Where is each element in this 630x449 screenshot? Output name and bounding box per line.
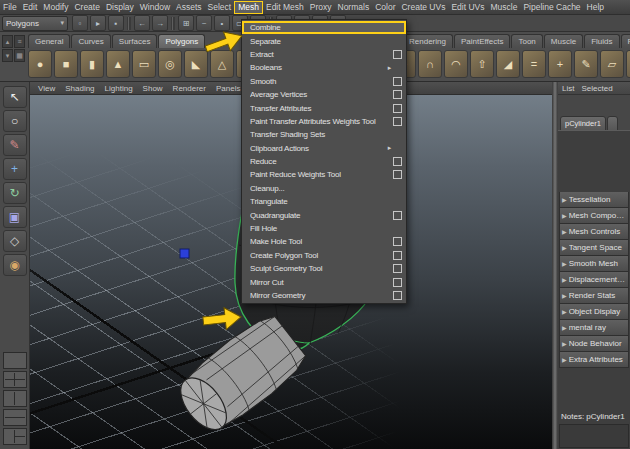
extrude-icon[interactable]: ⇧	[470, 50, 494, 78]
mesh-menu-item-make-hole-tool[interactable]: Make Hole Tool ▸	[242, 235, 406, 248]
mesh-menu-item-mirror-geometry[interactable]: Mirror Geometry ▸	[242, 289, 406, 302]
option-box-icon[interactable]	[393, 104, 402, 113]
menu-edit-mesh[interactable]: Edit Mesh	[263, 1, 307, 14]
paint-select-tool[interactable]: ✎	[3, 134, 27, 156]
ae-section-smooth-mesh[interactable]: ▶ Smooth Mesh	[559, 256, 629, 272]
panel-menu-shading[interactable]: Shading	[65, 84, 94, 93]
shelf-tab-surfaces[interactable]: Surfaces	[112, 34, 158, 48]
ae-menu-selected[interactable]: Selected	[581, 84, 612, 93]
shelf-tab-painteffects[interactable]: PaintEffects	[454, 34, 511, 48]
option-box-icon[interactable]	[393, 237, 402, 246]
mesh-menu-item-quadrangulate[interactable]: Quadrangulate ▸	[242, 208, 406, 221]
boolean-intersection-icon[interactable]: ∩	[418, 50, 442, 78]
option-box-icon[interactable]	[393, 291, 402, 300]
option-box-icon[interactable]	[393, 211, 402, 220]
mesh-menu-item-triangulate[interactable]: Triangulate ▸	[242, 195, 406, 208]
selection-mode-dropdown[interactable]: Polygons ▾	[2, 16, 68, 31]
scale-tool[interactable]: ▣	[3, 206, 27, 228]
shelf-tab-fluids[interactable]: Fluids	[584, 34, 619, 48]
mesh-menu-item-extract[interactable]: Extract ▸	[242, 48, 406, 61]
mirror-icon[interactable]: ◫	[626, 50, 630, 78]
move-tool[interactable]: +	[3, 158, 27, 180]
menu-mesh[interactable]: Mesh	[234, 1, 263, 14]
blue-cube-object[interactable]	[180, 249, 189, 258]
lasso-select-tool[interactable]: ○	[3, 110, 27, 132]
mesh-menu-item-smooth[interactable]: Smooth ▸	[242, 75, 406, 88]
shelf-tab-arrow-down-icon[interactable]: ▾	[2, 49, 13, 62]
poly-plane-icon[interactable]: ▭	[132, 50, 156, 78]
shelf-tab-curves[interactable]: Curves	[71, 34, 110, 48]
tab-clipped[interactable]	[607, 116, 618, 131]
layout-three-pane[interactable]	[3, 428, 27, 445]
ae-section-mental-ray[interactable]: ▶ mental ray	[559, 320, 629, 336]
mesh-menu-item-paint-reduce-weights-tool[interactable]: Paint Reduce Weights Tool ▸	[242, 168, 406, 181]
group-separator[interactable]	[171, 17, 175, 30]
option-box-icon[interactable]	[393, 278, 402, 287]
menu-muscle[interactable]: Muscle	[487, 1, 520, 14]
open-scene-icon[interactable]: ▸	[90, 15, 106, 31]
menu-assets[interactable]: Assets	[173, 1, 205, 14]
soft-modification-tool[interactable]: ◉	[3, 254, 27, 276]
poly-torus-icon[interactable]: ◎	[158, 50, 182, 78]
mesh-menu-item-fill-hole[interactable]: Fill Hole ▸	[242, 222, 406, 235]
option-box-icon[interactable]	[393, 251, 402, 260]
menu-pipeline-cache[interactable]: Pipeline Cache	[520, 1, 583, 14]
panel-menu-lighting[interactable]: Lighting	[105, 84, 133, 93]
menu-file[interactable]: File	[0, 1, 20, 14]
shelf-tab-general[interactable]: General	[28, 34, 70, 48]
option-box-icon[interactable]	[393, 117, 402, 126]
mesh-menu-item-separate[interactable]: Separate ▸	[242, 34, 406, 47]
menu-normals[interactable]: Normals	[335, 1, 373, 14]
group-separator[interactable]	[127, 17, 131, 30]
mesh-menu-item-transfer-attributes[interactable]: Transfer Attributes ▸	[242, 101, 406, 114]
mesh-menu-item-clipboard-actions[interactable]: Clipboard Actions ▸	[242, 142, 406, 155]
smooth-icon[interactable]: ◠	[444, 50, 468, 78]
mesh-menu-item-average-vertices[interactable]: Average Vertices ▸	[242, 88, 406, 101]
mesh-menu-item-paint-transfer-attributes-weights-tool[interactable]: Paint Transfer Attributes Weights Tool ▸	[242, 115, 406, 128]
ae-section-mesh-controls[interactable]: ▶ Mesh Controls	[559, 224, 629, 240]
shelf-tab-rendering[interactable]: Rendering	[402, 34, 453, 48]
mesh-menu-item-cleanup[interactable]: Cleanup... ▸	[242, 182, 406, 195]
menu-select[interactable]: Select	[205, 1, 235, 14]
panel-menu-panels[interactable]: Panels	[216, 84, 240, 93]
menu-create-uvs[interactable]: Create UVs	[398, 1, 448, 14]
option-box-icon[interactable]	[393, 77, 402, 86]
ae-section-tessellation[interactable]: ▶ Tessellation	[559, 192, 629, 208]
mesh-menu-item-combine[interactable]: Combine ▸	[242, 21, 406, 34]
ae-section-tangent-space[interactable]: ▶ Tangent Space	[559, 240, 629, 256]
shelf-tab-muscle[interactable]: Muscle	[544, 34, 583, 48]
mesh-menu-item-transfer-shading-sets[interactable]: Transfer Shading Sets ▸	[242, 128, 406, 141]
poly-sphere-icon[interactable]: ●	[28, 50, 52, 78]
ae-section-node-behavior[interactable]: ▶ Node Behavior	[559, 336, 629, 352]
ae-section-object-display[interactable]: ▶ Object Display	[559, 304, 629, 320]
menu-help[interactable]: Help	[584, 1, 607, 14]
panel-menu-show[interactable]: Show	[143, 84, 163, 93]
universal-manipulator-tool[interactable]: ◇	[3, 230, 27, 252]
layout-four-pane[interactable]	[3, 371, 27, 388]
poly-cube-icon[interactable]: ■	[54, 50, 78, 78]
bridge-icon[interactable]: =	[522, 50, 546, 78]
poly-cone-icon[interactable]: ▲	[106, 50, 130, 78]
undo-icon[interactable]: ←	[134, 15, 150, 31]
shelf-tab-polygons[interactable]: Polygons	[158, 34, 205, 48]
layout-single-pane[interactable]	[3, 352, 27, 369]
mesh-menu-item-mirror-cut[interactable]: Mirror Cut ▸	[242, 275, 406, 288]
shelf-tab-toon[interactable]: Toon	[511, 34, 542, 48]
mesh-menu-item-booleans[interactable]: Booleans ▸	[242, 61, 406, 74]
ae-section-displacement-map[interactable]: ▶ Displacement Map	[559, 272, 629, 288]
layout-two-pane-stacked[interactable]	[3, 409, 27, 426]
layout-two-pane-side-by-side[interactable]	[3, 390, 27, 407]
menu-modify[interactable]: Modify	[40, 1, 71, 14]
ae-section-extra-attributes[interactable]: ▶ Extra Attributes	[559, 352, 629, 368]
option-box-icon[interactable]	[393, 157, 402, 166]
new-scene-icon[interactable]: ▫	[72, 15, 88, 31]
shelf-item-menu-icon[interactable]: ▦	[14, 49, 25, 62]
menu-edit-uvs[interactable]: Edit UVs	[448, 1, 487, 14]
shelf-tab-fur[interactable]: Fur	[621, 34, 630, 48]
menu-proxy[interactable]: Proxy	[307, 1, 335, 14]
sculpt-icon[interactable]: ✎	[574, 50, 598, 78]
option-box-icon[interactable]	[393, 264, 402, 273]
ae-section-mesh-component-display[interactable]: ▶ Mesh Component Display	[559, 208, 629, 224]
rotate-tool[interactable]: ↻	[3, 182, 27, 204]
mesh-menu-item-sculpt-geometry-tool[interactable]: Sculpt Geometry Tool ▸	[242, 262, 406, 275]
